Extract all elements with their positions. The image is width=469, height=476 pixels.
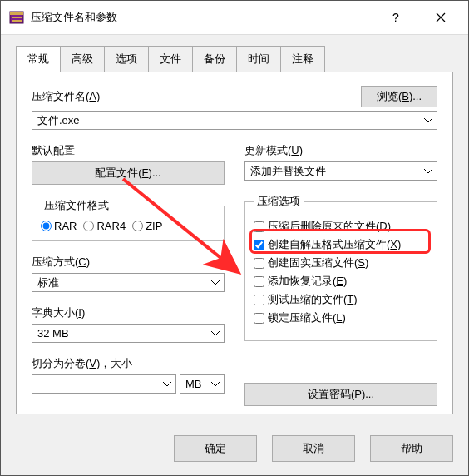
right-column: 更新模式(U) 添加并替换文件 压缩选项 压缩后删除原来的文件(D) (244, 143, 437, 406)
radio-zip[interactable]: ZIP (132, 220, 162, 232)
filename-label: 压缩文件名(A) (32, 89, 353, 104)
titlebar: 压缩文件名和参数 ? (1, 1, 468, 35)
filename-input[interactable]: 文件.exe (32, 111, 437, 130)
tab-bar: 常规 高级 选项 文件 备份 时间 注释 (16, 45, 453, 72)
radio-rar4[interactable]: RAR4 (83, 220, 126, 232)
radio-zip-input[interactable] (132, 221, 143, 231)
format-fieldset: 压缩文件格式 RAR RAR4 (32, 198, 225, 241)
tab-backup[interactable]: 备份 (192, 46, 237, 72)
tab-time[interactable]: 时间 (236, 46, 281, 72)
left-column: 默认配置 配置文件(F)... 压缩文件格式 RAR (32, 143, 225, 406)
opt-sfx-input[interactable] (254, 240, 264, 250)
opt-solid-input[interactable] (254, 258, 264, 269)
format-legend: 压缩文件格式 (41, 198, 112, 213)
svg-rect-3 (12, 20, 22, 22)
tab-advanced[interactable]: 高级 (60, 46, 105, 72)
app-icon (9, 10, 24, 25)
help-footer-button[interactable]: 帮助 (370, 435, 453, 462)
help-button[interactable]: ? (377, 6, 415, 29)
update-label: 更新模式(U) (244, 143, 437, 158)
split-unit-combo[interactable]: MB (180, 374, 225, 394)
split-label: 切分为分卷(V)，大小 (32, 356, 225, 371)
radio-rar-input[interactable] (41, 221, 52, 231)
opt-sfx[interactable]: 创建自解压格式压缩文件(X) (254, 237, 428, 252)
tab-comment[interactable]: 注释 (280, 46, 325, 72)
options-legend: 压缩选项 (254, 194, 304, 209)
tab-files[interactable]: 文件 (148, 46, 193, 72)
opt-delete-after-input[interactable] (254, 221, 264, 232)
dialog-footer: 确定 取消 帮助 (1, 425, 468, 475)
opt-test-input[interactable] (254, 295, 264, 305)
method-combo[interactable]: 标准 (32, 273, 225, 292)
svg-rect-1 (10, 12, 23, 15)
profile-button[interactable]: 配置文件(F)... (32, 161, 225, 185)
method-label: 压缩方式(C) (32, 255, 225, 270)
tab-general[interactable]: 常规 (16, 46, 61, 72)
opt-recovery[interactable]: 添加恢复记录(E) (254, 274, 428, 289)
tab-panel: 压缩文件名(A) 浏览(B)... 文件.exe 默认配置 配置文件(F)...… (16, 72, 453, 414)
svg-rect-2 (12, 17, 22, 18)
close-button[interactable] (422, 6, 460, 29)
ok-button[interactable]: 确定 (174, 435, 257, 462)
opt-lock-input[interactable] (254, 313, 264, 324)
radio-rar[interactable]: RAR (41, 220, 77, 232)
opt-lock[interactable]: 锁定压缩文件(L) (254, 310, 428, 325)
update-combo[interactable]: 添加并替换文件 (244, 161, 437, 181)
profile-label: 默认配置 (32, 143, 225, 158)
browse-button[interactable]: 浏览(B)... (361, 86, 437, 107)
split-size-combo[interactable] (32, 374, 176, 394)
opt-test[interactable]: 测试压缩的文件(T) (254, 292, 428, 307)
radio-rar4-input[interactable] (83, 221, 94, 231)
options-fieldset: 压缩选项 压缩后删除原来的文件(D) 创建自解压格式压缩文件(X) (244, 194, 437, 341)
dialog-window: 压缩文件名和参数 ? 常规 高级 选项 文件 备份 时间 注释 压缩文件名(A)… (0, 0, 469, 476)
cancel-button[interactable]: 取消 (272, 435, 355, 462)
opt-delete-after[interactable]: 压缩后删除原来的文件(D) (254, 219, 428, 234)
tab-options[interactable]: 选项 (104, 46, 149, 72)
password-button[interactable]: 设置密码(P)... (244, 383, 437, 406)
dict-combo[interactable]: 32 MB (32, 324, 225, 343)
opt-solid[interactable]: 创建固实压缩文件(S) (254, 255, 428, 270)
window-title: 压缩文件名和参数 (31, 10, 117, 25)
opt-recovery-input[interactable] (254, 276, 264, 287)
dict-label: 字典大小(I) (32, 305, 225, 320)
content-area: 常规 高级 选项 文件 备份 时间 注释 压缩文件名(A) 浏览(B)... 文… (1, 35, 468, 425)
